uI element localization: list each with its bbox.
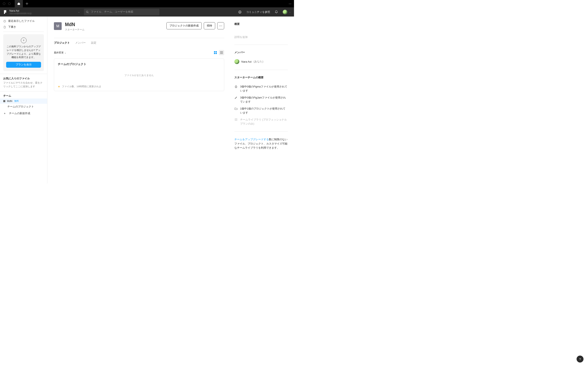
usage-figma: 3個中0個のFigmaファイルが使用されています [234,85,288,93]
starter-head: スターターチームの概要 [234,76,288,79]
sort-dropdown[interactable]: 最終変更 ⌄ [54,51,66,54]
tabbar-overflow-button[interactable]: ⋯ [286,0,294,7]
file-icon [3,26,6,29]
plus-icon [26,2,28,5]
teams-head: チーム [0,91,47,99]
header: Nara Aoi nara.aoi@example.ne.jp ⌄ ファイル、チ… [0,7,294,17]
close-window-icon[interactable] [3,2,5,5]
sidebar-item-recent[interactable]: 最近表示したファイル [0,18,47,24]
upgrade-team-link[interactable]: チームをアップグレードする [234,138,269,141]
upload-icon [21,38,26,43]
minimize-window-icon[interactable] [8,2,11,5]
plus-icon: + [3,112,6,115]
sidebar-team-mdn[interactable]: MdN 無料 [0,99,47,104]
user-name: Nara Aoi [9,9,32,12]
divider [234,132,288,132]
search-input[interactable]: ファイル、チーム、ユーザーを検索 [84,9,159,15]
divider [3,32,44,32]
right-panel: 概要 説明を追加 メンバー Nara Aoi (あなた) スターターチームの概要… [234,22,288,177]
list-icon [220,51,223,54]
sort-label: 最終変更 [54,51,64,54]
bell-icon[interactable] [275,10,278,14]
figma-logo-icon[interactable] [3,10,7,14]
upgrade-card: この無料プランからのアップグレードを検討しませんか? アップグレードにより、より… [3,34,44,71]
description-placeholder[interactable]: 説明を追加 [234,35,288,39]
usage-text: 3個中0個のFigmaファイルが使用されています [240,85,288,93]
home-icon [17,2,20,5]
tab-home[interactable] [15,0,23,7]
chevron-down-icon[interactable]: ⌄ [289,11,291,13]
avatar[interactable] [283,9,287,15]
search-icon [86,11,89,13]
team-swatch-icon [3,100,5,102]
member-you: (あなた) [254,60,263,63]
avatar [234,59,239,64]
view-grid-button[interactable] [213,50,218,55]
new-project-button[interactable]: プロジェクトの新規作成 [166,22,202,29]
community-link[interactable]: コミュニティを参照 [246,10,270,14]
search-placeholder: ファイル、チーム、ユーザーを検索 [91,10,133,14]
svg-point-0 [86,11,88,12]
view-plans-button[interactable]: プランを表示 [6,62,41,68]
sidebar: 最近表示したファイル 下書き この無料プランからのアップグレードを検討しませんか… [0,17,47,184]
svg-rect-6 [216,53,217,54]
sidebar-item-drafts[interactable]: 下書き [0,24,47,30]
tabs: プロジェクト メンバー 設定 [54,41,224,45]
favorites-hint: ファイルにマウスを合わせ、星をクリックしてここに追加します [0,81,47,91]
divider [54,38,224,38]
project-card[interactable]: チームのプロジェクト ファイルがまだありません ★ ファイル数、16時間前に更新… [54,58,224,91]
overview-head: 概要 [234,22,288,26]
members-head: メンバー [234,50,288,54]
favorites-head: お気に入りのファイル [0,74,47,81]
usage-projects: 1個中1個のプロジェクトが使用されています [234,107,288,115]
empty-state: ファイルがまだありません [58,74,220,77]
clock-icon [3,20,6,23]
user-email: nara.aoi@example.ne.jp [9,12,32,15]
divider [234,70,288,70]
folder-icon [234,107,238,110]
team-avatar: M [54,22,62,30]
new-team-button[interactable]: + チームの新規作成 [0,110,47,117]
project-meta-text: ファイル数、16時間前に更新されま [62,85,101,88]
svg-point-10 [236,87,236,87]
svg-rect-5 [214,53,215,54]
grid-icon [214,51,217,54]
workspace-switcher[interactable]: Nara Aoi nara.aoi@example.ne.jp [9,9,32,15]
tab-members[interactable]: メンバー [75,41,86,45]
team-name: MdN [7,100,12,103]
content: M MdN スターターチーム プロジェクトの新規作成 招待 ⋯ プロジェクト メ… [47,17,294,184]
pen-icon [234,85,238,88]
usage-figjam: 3個中0個のFigJamファイルが使用されています [234,96,288,104]
svg-rect-3 [214,51,215,52]
chevron-down-icon[interactable]: ⌄ [33,11,80,13]
member-row[interactable]: Nara Aoi (あなた) [234,59,288,64]
more-button[interactable]: ⋯ [217,22,224,29]
upgrade-text: この無料プランからのアップグレードを検討しませんか? アップグレードにより、より… [6,45,41,59]
chevron-down-icon: ⌄ [65,52,66,54]
usage-text: チームライブラリ (プロフェッショナルプランのみ) [240,118,288,126]
tab-bar: ⋯ [0,0,294,7]
divider [234,45,288,45]
usage-text: 3個中0個のFigJamファイルが使用されています [240,96,288,104]
svg-rect-4 [216,51,217,52]
page-subtitle: スターターチーム [65,28,85,31]
sidebar-label: 最近表示したファイル [8,19,35,23]
new-team-label: チームの新規作成 [9,112,30,115]
tab-settings[interactable]: 設定 [91,41,96,45]
globe-icon[interactable] [238,10,242,14]
view-list-button[interactable] [219,50,224,55]
marker-icon [234,96,238,99]
plan-badge: 無料 [14,100,19,103]
star-icon[interactable]: ★ [58,85,60,88]
usage-library: チームライブラリ (プロフェッショナルプランのみ) [234,118,288,126]
sidebar-project-link[interactable]: チームのプロジェクト [0,104,47,110]
tab-projects[interactable]: プロジェクト [54,41,70,45]
window-controls [0,2,11,5]
usage-text: 1個中1個のプロジェクトが使用されています [240,107,288,115]
member-name: Nara Aoi [241,60,251,63]
project-name: チームのプロジェクト [58,62,220,66]
sidebar-label: 下書き [8,25,16,29]
new-tab-button[interactable] [23,0,31,7]
invite-button[interactable]: 招待 [204,22,215,29]
page-title: MdN [65,22,85,27]
